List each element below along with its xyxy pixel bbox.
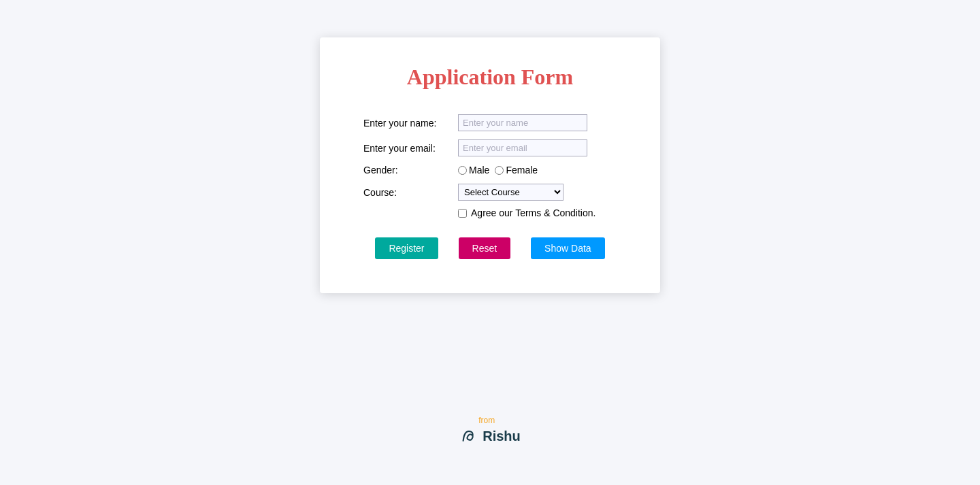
register-button[interactable]: Register xyxy=(375,237,438,259)
course-row: Course: Select Course HTML CSS JavaScrip… xyxy=(361,180,619,205)
email-row: Enter your email: xyxy=(361,135,619,161)
gender-row: Gender: Male Female xyxy=(361,161,619,180)
terms-checkbox[interactable] xyxy=(458,209,467,218)
application-form-card: Application Form Enter your name: Enter … xyxy=(320,37,660,293)
gender-male-label[interactable]: Male xyxy=(458,165,489,175)
terms-label[interactable]: Agree our Terms & Condition. xyxy=(458,207,617,218)
email-label: Enter your email: xyxy=(361,135,455,161)
gender-male-radio[interactable] xyxy=(458,166,467,175)
footer-brand: Rishu xyxy=(459,427,521,446)
name-row: Enter your name: xyxy=(361,110,619,135)
gender-group: Male Female xyxy=(458,165,617,175)
footer-brand-name: Rishu xyxy=(483,429,521,444)
course-label: Course: xyxy=(361,180,455,205)
terms-text: Agree our Terms & Condition. xyxy=(471,207,595,218)
form-title: Application Form xyxy=(361,65,619,90)
footer: from Rishu xyxy=(459,416,521,446)
footer-from-text: from xyxy=(478,416,495,425)
show-data-button[interactable]: Show Data xyxy=(531,237,604,259)
buttons-row: Register Reset Show Data xyxy=(361,237,619,259)
email-input[interactable] xyxy=(458,139,587,156)
gender-male-text: Male xyxy=(469,165,489,175)
gender-female-text: Female xyxy=(506,165,538,175)
gender-label: Gender: xyxy=(361,161,455,180)
footer-logo-icon xyxy=(459,427,478,446)
terms-row: Agree our Terms & Condition. xyxy=(361,205,619,221)
form-table: Enter your name: Enter your email: Gende… xyxy=(361,110,619,221)
reset-button[interactable]: Reset xyxy=(459,237,511,259)
gender-female-label[interactable]: Female xyxy=(495,165,538,175)
name-input[interactable] xyxy=(458,114,587,131)
name-label: Enter your name: xyxy=(361,110,455,135)
gender-female-radio[interactable] xyxy=(495,166,504,175)
course-select[interactable]: Select Course HTML CSS JavaScript Python xyxy=(458,184,564,201)
